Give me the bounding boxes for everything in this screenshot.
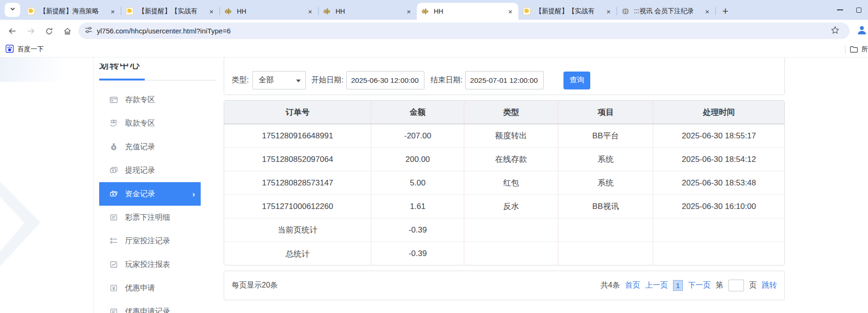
home-button[interactable] (62, 25, 73, 37)
site-info-icon[interactable] (85, 26, 92, 35)
address-bar[interactable]: yl756.com/hhcp/usercenter.html?iniType=6 (78, 23, 850, 39)
table-cell: 2025-06-30 18:55:17 (653, 124, 784, 147)
person-icon (856, 24, 868, 36)
forward-arrow-icon (27, 27, 35, 35)
table-cell: -0.39 (371, 242, 464, 265)
sidebar-item-funds-cash[interactable]: 资金记录› (99, 182, 201, 206)
profile-avatar[interactable] (856, 24, 868, 38)
table-row: 1751280852097064200.00在线存款系统2025-06-30 1… (224, 148, 784, 171)
jump-page-input[interactable] (728, 280, 744, 291)
tab-label: HH (237, 8, 304, 15)
sidebar-item-deposit-card[interactable]: 存款专区 (99, 88, 201, 112)
sidebar-item-player-report[interactable]: 玩家投注报表 (99, 253, 201, 276)
type-select[interactable]: 全部 (252, 71, 306, 89)
table-cell: 1751280916648991 (224, 124, 371, 147)
table-cell (464, 218, 558, 241)
tab-label: :::视讯 会员下注纪录 (634, 7, 701, 16)
tab-close-icon[interactable]: × (703, 7, 712, 16)
maximize-icon (856, 8, 861, 13)
table-cell (558, 242, 653, 265)
browser-tab[interactable]: 【新提醒】【实战有× (121, 3, 219, 20)
all-bookmarks-label: 所 (861, 45, 868, 54)
table-cell (464, 242, 558, 265)
browser-tab[interactable]: :::视讯 会员下注纪录× (617, 3, 715, 20)
sidebar-item-label: 优惠申请 (125, 283, 155, 293)
browser-tab[interactable]: HH× (319, 3, 417, 20)
table-cell: 1.61 (371, 195, 464, 218)
tab-search-button[interactable] (5, 3, 20, 17)
search-button[interactable]: 查询 (563, 72, 590, 89)
refresh-button[interactable] (43, 25, 55, 37)
minimize-icon (837, 9, 843, 10)
sidebar-item-withdraw-wallet[interactable]: 提现记录 (99, 159, 201, 182)
all-bookmarks-button[interactable]: 所 (850, 45, 868, 54)
baidu-icon (6, 45, 14, 55)
total-count-text: 共4条 (601, 281, 620, 290)
browser-tab[interactable]: 【新提醒】海燕策略× (23, 3, 121, 20)
next-page-link[interactable]: 下一页 (688, 281, 711, 290)
start-date-input[interactable] (346, 71, 424, 89)
tab-close-icon[interactable]: × (405, 7, 413, 16)
prev-page-link[interactable]: 上一页 (645, 281, 668, 290)
bookmark-star-button[interactable] (831, 26, 839, 36)
end-date-input[interactable] (465, 71, 544, 89)
lottery-list-icon (109, 213, 118, 222)
browser-tab[interactable]: HH× (417, 3, 518, 20)
chat-tab-icon (126, 8, 134, 16)
url-text[interactable]: yl756.com/hhcp/usercenter.html?iniType=6 (97, 27, 831, 35)
end-date-label: 结束日期: (430, 75, 462, 85)
table-cell (653, 242, 784, 265)
sidebar-item-label: 提现记录 (125, 166, 155, 176)
sidebar-tab-underline (99, 79, 145, 80)
table-cell: 2025-06-30 18:53:48 (653, 171, 784, 194)
column-header: 类型 (464, 101, 558, 124)
sidebar-item-hall-list[interactable]: 厅室投注记录 (99, 229, 201, 253)
sidebar-item-promo-apply[interactable]: 优惠申请 (99, 276, 201, 300)
table-cell (558, 218, 653, 241)
chat-tab-icon (27, 8, 35, 16)
browser-tab[interactable]: HH× (220, 3, 318, 20)
bookmark-baidu[interactable]: 百度一下 (6, 43, 44, 56)
column-header: 订单号 (224, 101, 371, 124)
deposit-card-icon (109, 96, 118, 104)
tab-close-icon[interactable]: × (306, 7, 314, 16)
browser-tab[interactable]: 【新提醒】【实战有× (518, 3, 617, 20)
sidebar-item-label: 资金记录 (125, 189, 155, 199)
sidebar-item-withdraw-hand[interactable]: 取款专区 (99, 112, 201, 135)
tab-close-icon[interactable]: × (506, 7, 515, 16)
table-cell: 5.00 (371, 171, 464, 194)
table-cell: -0.39 (371, 218, 464, 241)
sidebar-item-lottery-list[interactable]: 优惠申请记录 (99, 300, 201, 313)
forward-button[interactable] (25, 25, 37, 37)
table-cell: 总统计 (224, 242, 371, 265)
tab-label: HH (336, 8, 403, 15)
hh-tab-icon (225, 8, 233, 16)
page-content: 划转中心 存款专区取款专区充值记录提现记录资金记录›彩票下注明细厅室投注记录玩家… (0, 57, 868, 313)
start-date-label: 开始日期: (311, 75, 343, 85)
tab-close-icon[interactable]: × (207, 7, 216, 16)
usercenter-sidebar: 划转中心 存款专区取款专区充值记录提现记录资金记录›彩票下注明细厅室投注记录玩家… (93, 57, 218, 313)
sidebar-item-recharge-bag[interactable]: 充值记录 (99, 135, 201, 159)
sidebar-item-lottery-list[interactable]: 彩票下注明细 (99, 206, 201, 229)
table-cell: 反水 (464, 195, 558, 218)
new-tab-button[interactable]: + (722, 7, 728, 16)
tab-close-icon[interactable]: × (109, 7, 117, 16)
minimize-button[interactable] (830, 0, 849, 20)
globe-tab-icon (622, 8, 630, 16)
table-cell: BB视讯 (558, 195, 653, 218)
first-page-link[interactable]: 首页 (625, 281, 640, 290)
withdraw-hand-icon (109, 119, 118, 128)
maximize-button[interactable] (849, 0, 868, 20)
back-button[interactable] (7, 25, 18, 37)
table-row: 当前页统计-0.39 (224, 218, 784, 242)
table-cell: 200.00 (371, 148, 464, 171)
tab-list: 【新提醒】海燕策略×【新提醒】【实战有×HH×HH×HH×【新提醒】【实战有×:… (23, 0, 728, 20)
sidebar-menu: 存款专区取款专区充值记录提现记录资金记录›彩票下注明细厅室投注记录玩家投注报表优… (99, 88, 201, 313)
table-row: 1751280916648991-207.00额度转出BB平台2025-06-3… (224, 124, 784, 148)
current-page-indicator[interactable]: 1 (673, 280, 683, 291)
table-cell: 系统 (558, 171, 653, 194)
pagination-bar: 每页显示20条 共4条 首页 上一页 1 下一页 第 页 跳转 (224, 271, 785, 300)
tab-close-icon[interactable]: × (604, 7, 613, 16)
jump-button[interactable]: 跳转 (762, 281, 777, 290)
table-cell (653, 218, 784, 241)
